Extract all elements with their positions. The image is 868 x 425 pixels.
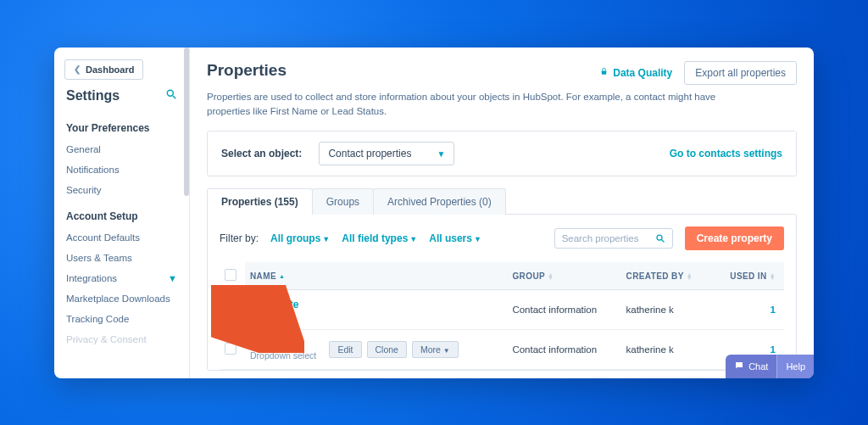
object-selector-row: Select an object: Contact properties ▼ G… (207, 131, 797, 176)
app-window: ❮ Dashboard Settings Your Preferences Ge… (54, 48, 814, 378)
edit-button[interactable]: Edit (329, 341, 361, 358)
property-created-by: katherine k (621, 290, 714, 330)
search-properties-input[interactable] (554, 228, 673, 249)
chevron-down-icon: ▼ (168, 273, 177, 283)
chat-button[interactable]: Chat (726, 355, 776, 378)
property-group: Contact information (507, 330, 620, 370)
caret-down-icon: ▼ (409, 235, 417, 243)
property-used-in[interactable]: 1 (713, 290, 784, 330)
prefs-section-header: Your Preferences (54, 112, 189, 139)
search-input[interactable] (562, 233, 650, 243)
data-quality-link[interactable]: Data Quality (599, 67, 672, 79)
tab-groups[interactable]: Groups (312, 188, 374, 215)
tab-panel: Filter by: All groups▼ All field types▼ … (207, 214, 797, 371)
sidebar-scrollbar[interactable] (184, 48, 189, 378)
chat-icon (734, 361, 744, 372)
export-all-button[interactable]: Export all properties (684, 61, 797, 85)
sort-icon: ▲▼ (770, 273, 776, 280)
create-property-button[interactable]: Create property (685, 226, 784, 250)
svg-line-1 (173, 96, 176, 99)
caret-down-icon: ▼ (443, 347, 450, 355)
col-used-in[interactable]: USED IN▲▼ (713, 262, 784, 290)
property-type: Dropdown select (250, 350, 316, 361)
filter-users[interactable]: All users▼ (429, 232, 481, 244)
sidebar: ❮ Dashboard Settings Your Preferences Ge… (54, 48, 190, 378)
caret-down-icon: ▼ (474, 235, 481, 243)
tab-properties[interactable]: Properties (155) (207, 188, 313, 215)
property-type: Date picker (250, 310, 502, 321)
sidebar-item-general[interactable]: General (54, 139, 189, 159)
filter-types[interactable]: All field types▼ (342, 232, 417, 244)
row-actions: Edit Clone More ▼ (329, 341, 458, 358)
sidebar-item-users-teams[interactable]: Users & Teams (54, 248, 189, 268)
chat-help-widget: Chat Help (726, 355, 814, 378)
page-title: Properties (207, 61, 287, 80)
scrollbar-thumb[interactable] (184, 48, 189, 196)
svg-line-4 (661, 240, 664, 243)
main-content: Properties Data Quality Export all prope… (190, 48, 814, 378)
lock-icon (599, 67, 609, 79)
sidebar-item-security[interactable]: Security (54, 180, 189, 200)
svg-rect-2 (602, 70, 607, 74)
search-icon[interactable] (165, 88, 177, 103)
settings-heading: Settings (66, 88, 120, 103)
dashboard-label: Dashboard (86, 64, 134, 75)
tab-archived[interactable]: Archived Properties (0) (373, 188, 506, 215)
col-group[interactable]: GROUP▲▼ (507, 262, 620, 290)
tab-bar: Properties (155) Groups Archived Propert… (207, 188, 797, 215)
more-button[interactable]: More ▼ (412, 341, 459, 358)
property-name[interactable]: Birth Date (250, 299, 502, 310)
sort-icon: ▲ (279, 275, 285, 278)
filter-row: Filter by: All groups▼ All field types▼ … (220, 226, 784, 250)
sidebar-item-integrations[interactable]: Integrations▼ (54, 268, 189, 288)
row-checkbox[interactable] (225, 343, 236, 355)
account-section-header: Account Setup (54, 200, 189, 227)
search-icon (655, 233, 665, 243)
property-group: Contact information (507, 290, 620, 330)
sidebar-item-tracking-code[interactable]: Tracking Code (54, 309, 189, 329)
sidebar-item-privacy[interactable]: Privacy & Consent (54, 329, 189, 350)
clone-button[interactable]: Clone (367, 341, 407, 358)
table-row[interactable]: Birth Date Date picker Contact informati… (220, 290, 784, 330)
sidebar-item-marketplace[interactable]: Marketplace Downloads (54, 288, 189, 309)
caret-down-icon: ▼ (322, 235, 330, 243)
back-dashboard-button[interactable]: ❮ Dashboard (64, 59, 143, 80)
svg-point-3 (657, 235, 662, 240)
object-select[interactable]: Contact properties ▼ (319, 142, 454, 165)
help-button[interactable]: Help (776, 355, 814, 378)
caret-down-icon: ▼ (437, 149, 445, 159)
page-description: Properties are used to collect and store… (207, 90, 749, 120)
sort-icon: ▲▼ (548, 273, 554, 280)
svg-point-0 (167, 90, 173, 96)
select-object-label: Select an object: (221, 148, 302, 159)
filter-label: Filter by: (220, 232, 259, 244)
sidebar-item-account-defaults[interactable]: Account Defaults (54, 227, 189, 248)
col-created-by[interactable]: CREATED BY▲▼ (621, 262, 714, 290)
select-all-checkbox[interactable] (225, 269, 236, 281)
sidebar-item-notifications[interactable]: Notifications (54, 159, 189, 180)
goto-contacts-settings-link[interactable]: Go to contacts settings (670, 148, 782, 159)
sort-icon: ▲▼ (687, 273, 693, 280)
col-name[interactable]: NAME▲ (245, 262, 507, 290)
property-created-by: katherine k (621, 330, 714, 370)
filter-groups[interactable]: All groups▼ (270, 232, 330, 244)
properties-table: NAME▲ GROUP▲▼ CREATED BY▲▼ USED IN▲▼ Bir… (220, 262, 784, 370)
property-name[interactable]: BIRTHDAY (250, 338, 316, 350)
chevron-left-icon: ❮ (74, 64, 81, 74)
table-row[interactable]: BIRTHDAY Dropdown select Edit Clone More… (220, 330, 784, 370)
row-checkbox[interactable] (225, 303, 236, 315)
